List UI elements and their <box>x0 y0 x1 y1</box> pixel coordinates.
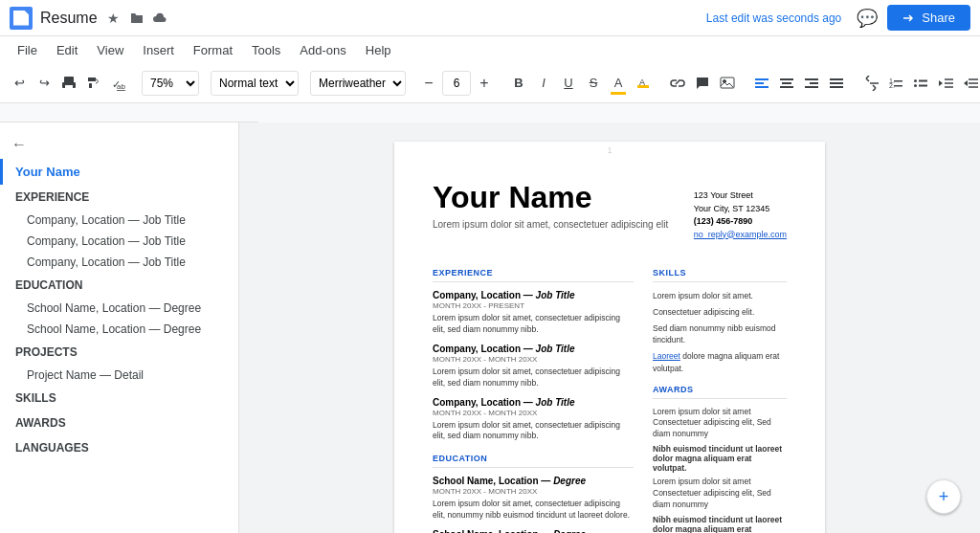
svg-rect-13 <box>780 78 793 80</box>
menu-file[interactable]: File <box>10 40 45 60</box>
cloud-icon[interactable] <box>151 10 168 27</box>
link-button[interactable] <box>666 70 689 97</box>
resume-contact: 123 Your Street Your City, ST 12345 (123… <box>694 180 787 241</box>
app-icon <box>10 7 33 30</box>
share-button[interactable]: Share <box>887 5 970 31</box>
align-right-button[interactable] <box>800 70 823 97</box>
sidebar-languages-header[interactable]: LANGUAGES <box>0 435 238 460</box>
edu-date-1: MONTH 20XX - MONTH 20XX <box>433 487 634 496</box>
italic-button[interactable]: I <box>532 70 555 97</box>
font-size-increase-button[interactable]: + <box>473 70 496 97</box>
svg-rect-19 <box>830 78 843 80</box>
contact-city-state: Your City, ST 12345 <box>694 203 787 216</box>
folder-icon[interactable] <box>128 10 145 27</box>
svg-rect-18 <box>805 86 818 88</box>
comments-icon[interactable]: 💬 <box>857 8 878 29</box>
menu-addons[interactable]: Add-ons <box>292 40 353 60</box>
font-size-decrease-button[interactable]: − <box>417 70 440 97</box>
comment-button[interactable] <box>691 70 714 97</box>
exp-title-2: Company, Location — Job Title <box>433 344 634 354</box>
style-select[interactable]: Normal textHeading 1Heading 2 <box>211 71 299 96</box>
svg-rect-14 <box>782 82 791 84</box>
exp-desc-3: Lorem ipsum dolor sit amet, consectetuer… <box>433 420 634 443</box>
contact-email[interactable]: no_reply@example.com <box>694 229 787 242</box>
line-spacing-button[interactable] <box>859 70 882 97</box>
awards-bold-1: Nibh euismod tincidunt ut laoreet dolor … <box>653 444 787 473</box>
font-select[interactable]: MerriweatherArialTimes New Roman <box>310 71 406 96</box>
resume-right: SKILLS Lorem ipsum dolor sit amet. Conse… <box>653 256 787 533</box>
svg-rect-0 <box>64 77 74 83</box>
edu-title-1: School Name, Location — Degree <box>433 476 634 486</box>
ruler <box>0 103 980 122</box>
star-icon[interactable]: ★ <box>105 10 122 27</box>
last-edit-text: Last edit was seconds ago <box>706 11 841 25</box>
undo-button[interactable]: ↩ <box>8 70 31 97</box>
exp-title-1: Company, Location — Job Title <box>433 290 634 300</box>
skills-link[interactable]: Laoreet <box>653 351 680 361</box>
font-size-control: − + <box>417 70 496 97</box>
numbered-list-button[interactable]: 1.2. <box>884 70 907 97</box>
sidebar: ← Your Name EXPERIENCE Company, Location… <box>0 122 239 533</box>
awards-text-1: Lorem ipsum dolor sit amet Consectetuer … <box>653 407 787 441</box>
doc-title: Resume <box>40 10 98 27</box>
bold-button[interactable]: B <box>507 70 530 97</box>
sidebar-awards-header[interactable]: AWARDS <box>0 411 238 435</box>
main-area: ← Your Name EXPERIENCE Company, Location… <box>0 122 980 533</box>
zoom-select[interactable]: 75%100%125% <box>142 71 199 96</box>
exp-date-3: MONTH 20XX - MONTH 20XX <box>433 409 634 417</box>
indent-less-button[interactable] <box>934 70 957 97</box>
sidebar-education-header[interactable]: EDUCATION <box>0 273 238 298</box>
bullet-list-button[interactable] <box>909 70 932 97</box>
sidebar-projects-item-1[interactable]: Project Name — Detail <box>0 365 238 386</box>
menu-tools[interactable]: Tools <box>244 40 288 60</box>
svg-rect-20 <box>830 82 843 84</box>
align-center-button[interactable] <box>775 70 798 97</box>
skills-divider <box>653 281 787 282</box>
menu-edit[interactable]: Edit <box>49 40 85 60</box>
sidebar-experience-header[interactable]: EXPERIENCE <box>0 185 238 210</box>
skills-text-2: Consectetuer adipiscing elit. <box>653 306 787 319</box>
spell-check-button[interactable]: ✓ab <box>107 70 130 97</box>
svg-point-29 <box>914 84 917 87</box>
menubar: File Edit View Insert Format Tools Add-o… <box>0 36 980 63</box>
sidebar-education-item-1[interactable]: School Name, Location — Degree <box>0 298 238 319</box>
redo-button[interactable]: ↪ <box>33 70 56 97</box>
sidebar-experience-item-2[interactable]: Company, Location — Job Title <box>0 231 238 252</box>
menu-insert[interactable]: Insert <box>135 40 182 60</box>
sidebar-your-name[interactable]: Your Name <box>0 159 238 185</box>
align-left-button[interactable] <box>750 70 773 97</box>
svg-rect-11 <box>755 82 764 84</box>
back-icon: ← <box>11 136 27 153</box>
menu-format[interactable]: Format <box>186 40 240 60</box>
sidebar-projects-header[interactable]: PROJECTS <box>0 340 238 365</box>
menu-view[interactable]: View <box>89 40 131 60</box>
exp-desc-1: Lorem ipsum dolor sit amet, consectetuer… <box>433 313 634 336</box>
menu-help[interactable]: Help <box>358 40 399 60</box>
exp-date-1: MONTH 20XX - PRESENT <box>433 301 634 310</box>
highlight-button[interactable]: A <box>632 70 655 97</box>
contact-phone: (123) 456-7890 <box>694 215 787 229</box>
sidebar-skills-header[interactable]: SKILLS <box>0 386 238 411</box>
font-size-input[interactable] <box>442 71 471 96</box>
svg-text:A: A <box>639 78 645 87</box>
print-button[interactable] <box>57 70 80 97</box>
strikethrough-button[interactable]: S <box>582 70 605 97</box>
justify-button[interactable] <box>825 70 848 97</box>
sidebar-experience-item-3[interactable]: Company, Location — Job Title <box>0 252 238 273</box>
sidebar-back-button[interactable]: ← <box>0 130 238 159</box>
experience-section-title: EXPERIENCE <box>433 268 634 278</box>
paint-format-button[interactable] <box>82 70 105 97</box>
resume-tagline[interactable]: Lorem ipsum dolor sit amet, consectetuer… <box>433 219 668 230</box>
skills-text-3: Sed diam nonummy nibb euismod tincidunt. <box>653 322 787 347</box>
sidebar-experience-item-1[interactable]: Company, Location — Job Title <box>0 210 238 231</box>
image-button[interactable] <box>716 70 739 97</box>
underline-button[interactable]: U <box>557 70 580 97</box>
skills-text-link: Laoreet dolore magna aliquam erat volutp… <box>653 350 787 375</box>
resume-name[interactable]: Your Name <box>433 180 668 215</box>
sidebar-education-item-2[interactable]: School Name, Location — Degree <box>0 319 238 340</box>
resume-left: EXPERIENCE Company, Location — Job Title… <box>433 256 634 533</box>
float-add-button[interactable]: + <box>926 479 961 514</box>
font-color-button[interactable]: A <box>607 70 630 97</box>
svg-rect-30 <box>919 84 927 86</box>
indent-more-button[interactable] <box>959 70 980 97</box>
